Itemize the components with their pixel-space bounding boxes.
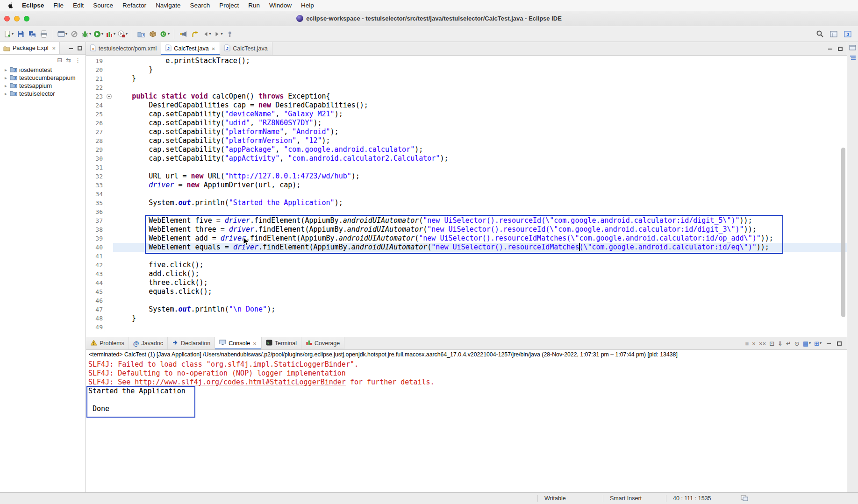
line-number[interactable]: 43 [86, 270, 105, 278]
maximize-editor-icon[interactable] [837, 45, 844, 52]
remove-all-launches-icon[interactable]: ×× [759, 341, 766, 347]
save-all-icon[interactable] [27, 28, 38, 40]
line-number[interactable]: 28 [86, 136, 105, 145]
menu-item-navigate[interactable]: Navigate [151, 0, 185, 11]
line-number[interactable]: 49 [86, 323, 105, 332]
minimize-view-icon[interactable] [67, 45, 74, 51]
line-number[interactable]: 23 [86, 92, 105, 101]
line-number[interactable]: 20 [86, 65, 105, 74]
console-tab-coverage[interactable]: Coverage [301, 337, 344, 349]
line-number[interactable]: 36 [86, 207, 105, 216]
menu-item-refactor[interactable]: Refactor [118, 0, 151, 11]
code-line[interactable]: 44 three.click(); [86, 278, 847, 287]
tab-close-icon[interactable]: × [211, 46, 216, 52]
line-number[interactable]: 33 [86, 181, 105, 190]
tab-close-icon[interactable]: × [252, 341, 257, 347]
minimize-console-icon[interactable] [825, 340, 832, 347]
fold-collapse-icon[interactable] [107, 94, 112, 99]
collapse-all-icon[interactable]: ⊟ [57, 57, 62, 63]
code-line[interactable]: 32 URL url = new URL("http://127.0.0.1:4… [86, 172, 847, 181]
minimize-editor-icon[interactable] [826, 45, 834, 52]
quick-search-icon[interactable] [814, 28, 825, 40]
line-number[interactable]: 22 [86, 83, 105, 92]
tree-item-testuiselector[interactable]: ▸Jtestuiselector [0, 90, 86, 98]
code-line[interactable]: 46 [86, 296, 847, 305]
display-selected-console-icon[interactable]: ▤▾ [803, 341, 811, 347]
code-line[interactable]: 35 System.out.println("Started the Appli… [86, 199, 847, 207]
pin-editor-icon[interactable] [224, 28, 236, 40]
progress-view-icon[interactable] [741, 495, 748, 503]
line-number[interactable]: 40 [86, 243, 105, 252]
new-class-icon[interactable]: C▾ [159, 28, 171, 40]
apple-menu-icon[interactable] [7, 2, 14, 9]
outline-view-icon[interactable] [849, 55, 857, 61]
print-icon[interactable] [38, 28, 50, 40]
menu-item-run[interactable]: Run [243, 0, 265, 11]
open-console-view-icon[interactable]: ⊞▾ [814, 341, 822, 347]
line-number[interactable]: 47 [86, 305, 105, 314]
close-view-icon[interactable]: × [51, 45, 56, 51]
code-line[interactable]: 45 equals.click(); [86, 287, 847, 296]
line-number[interactable]: 42 [86, 261, 105, 270]
line-number[interactable]: 38 [86, 225, 105, 234]
line-number[interactable]: 48 [86, 314, 105, 323]
line-number[interactable]: 21 [86, 74, 105, 83]
line-number[interactable]: 32 [86, 172, 105, 181]
zoom-window-button[interactable] [24, 16, 29, 21]
pin-console-icon[interactable]: ⊙ [794, 341, 800, 347]
maximize-view-icon[interactable] [76, 45, 84, 51]
code-line[interactable]: 37 WebElement five = driver.findElement(… [86, 216, 847, 225]
close-window-button[interactable] [4, 16, 10, 21]
open-console-icon[interactable]: ▾ [57, 28, 68, 40]
line-number[interactable]: 46 [86, 296, 105, 305]
line-number[interactable]: 41 [86, 252, 105, 261]
line-number[interactable]: 24 [86, 101, 105, 110]
restore-views-icon[interactable] [849, 44, 857, 51]
code-editor[interactable]: 19 e.printStackTrace();20 }21 }2223 publ… [86, 56, 847, 337]
search-flashlight-icon[interactable] [178, 28, 189, 40]
console-tab-javadoc[interactable]: @Javadoc [129, 337, 168, 349]
save-icon[interactable] [15, 28, 26, 40]
new-package-icon[interactable] [147, 28, 158, 40]
line-number[interactable]: 31 [86, 163, 105, 172]
console-hyperlink[interactable]: http://www.slf4j.org/codes.html#StaticLo… [135, 378, 346, 386]
maximize-console-icon[interactable] [836, 340, 843, 347]
code-line[interactable]: 48 } [86, 314, 847, 323]
code-line[interactable]: 20 } [86, 65, 847, 74]
menu-item-edit[interactable]: Edit [68, 0, 88, 11]
code-line[interactable]: 40 WebElement equals = driver.findElemen… [86, 243, 847, 252]
clear-console-icon[interactable]: ⊡ [769, 341, 774, 347]
new-wizard-icon[interactable]: ▾ [3, 28, 14, 40]
code-line[interactable]: 41 [86, 252, 847, 261]
code-line[interactable]: 47 System.out.println("\n Done"); [86, 305, 847, 314]
code-line[interactable]: 38 WebElement three = driver.findElement… [86, 225, 847, 234]
run-icon[interactable]: ▾ [93, 28, 104, 40]
tree-item-iosdemotest[interactable]: ▸Jiosdemotest [0, 66, 86, 74]
window-titlebar[interactable]: eclipse-workspace - testuiselector/src/t… [0, 11, 858, 26]
chevron-right-icon[interactable]: ▸ [4, 67, 8, 72]
chevron-right-icon[interactable]: ▸ [4, 75, 8, 80]
fold-column[interactable] [105, 92, 113, 101]
open-perspective-icon[interactable] [828, 28, 839, 40]
editor-scrollbar[interactable] [841, 148, 845, 317]
console-tab-console[interactable]: Console× [215, 337, 261, 349]
tree-item-testcucumberappium[interactable]: ▸Jtestcucumberappium [0, 74, 86, 82]
code-line[interactable]: 42 five.click(); [86, 261, 847, 270]
menu-item-source[interactable]: Source [88, 0, 118, 11]
terminate-icon[interactable]: ■ [745, 341, 749, 347]
line-number[interactable]: 26 [86, 119, 105, 128]
line-number[interactable]: 25 [86, 110, 105, 119]
code-line[interactable]: 28 cap.setCapability("platformVersion", … [86, 136, 847, 145]
menu-item-eclipse[interactable]: Eclipse [17, 0, 49, 11]
code-line[interactable]: 49 [86, 323, 847, 332]
back-icon[interactable]: ▾ [201, 28, 212, 40]
coverage-icon[interactable]: ▾ [105, 28, 116, 40]
console-tab-terminal[interactable]: >_Terminal [262, 337, 301, 349]
new-java-project-icon[interactable]: J [136, 28, 147, 40]
code-line[interactable]: 31 [86, 163, 847, 172]
chevron-right-icon[interactable]: ▸ [4, 91, 8, 96]
menu-item-search[interactable]: Search [185, 0, 214, 11]
code-line[interactable]: 21 } [86, 74, 847, 83]
debug-icon[interactable]: ▾ [80, 28, 92, 40]
code-line[interactable]: 19 e.printStackTrace(); [86, 57, 847, 65]
